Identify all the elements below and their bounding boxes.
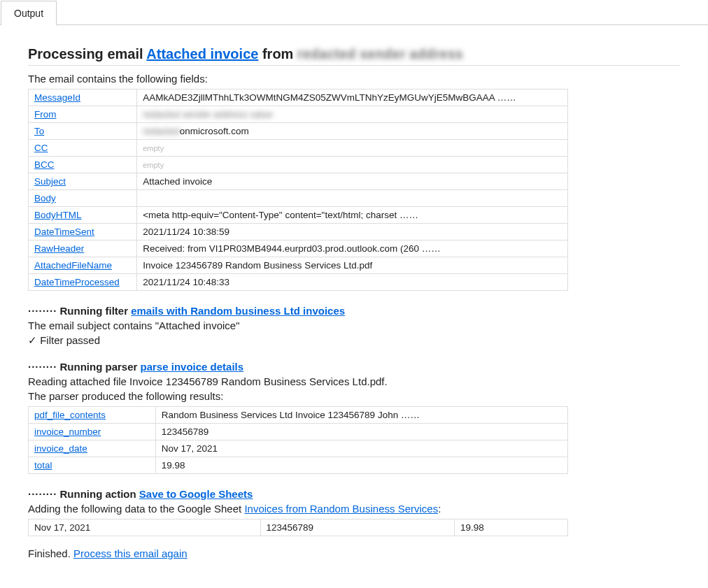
parser-link[interactable]: parse invoice details <box>141 361 244 373</box>
table-row: Fromredacted sender address value <box>29 106 568 123</box>
title-prefix: Processing email <box>28 46 146 62</box>
table-row: RawHeaderReceived: from VI1PR03MB4944.eu… <box>29 241 568 257</box>
field-key-link[interactable]: AttachedFileName <box>34 260 112 271</box>
field-value: empty <box>137 157 568 173</box>
field-key-link[interactable]: invoice_number <box>34 426 101 437</box>
field-value: <meta http-equiv="Content-Type" content=… <box>137 207 568 224</box>
field-value: Attached invoice <box>137 173 568 190</box>
filter-heading: ········ Running filter emails with Rand… <box>28 305 680 317</box>
table-row: pdf_file_contentsRandom Business Service… <box>29 407 568 424</box>
field-key-link[interactable]: total <box>34 460 52 471</box>
field-value: AAMkADE3ZjllMThhLTk3OWMtNGM4ZS05ZWVmLTNh… <box>137 89 568 106</box>
empty-value: empty <box>143 144 164 152</box>
table-row: SubjectAttached invoice <box>29 173 568 190</box>
filter-line1: The email subject contains "Attached inv… <box>28 320 680 331</box>
table-row: DateTimeProcessed2021/11/24 10:48:33 <box>29 274 568 291</box>
field-value: 2021/11/24 10:38:59 <box>137 224 568 241</box>
field-key-link[interactable]: BodyHTML <box>34 210 82 220</box>
field-value: empty <box>137 140 568 157</box>
field-key-link[interactable]: Subject <box>34 176 66 187</box>
action-link[interactable]: Save to Google Sheets <box>139 488 253 500</box>
field-key-link[interactable]: From <box>34 109 57 120</box>
filter-dots: ········ <box>28 305 57 317</box>
filter-label: Running filter <box>60 305 132 317</box>
action-heading: ········ Running action Save to Google S… <box>28 488 680 500</box>
table-row: AttachedFileNameInvoice 123456789 Random… <box>29 257 568 274</box>
field-key-link[interactable]: BCC <box>34 159 55 170</box>
title-divider <box>28 65 680 66</box>
action-line1: Adding the following data to the Google … <box>28 503 680 515</box>
blurred-text: redacted sender address value <box>143 109 272 120</box>
parser-dots: ········ <box>28 361 57 373</box>
action-dots: ········ <box>28 488 57 500</box>
title-mid: from <box>258 46 297 62</box>
action-cell-invoice: 123456789 <box>260 519 455 536</box>
action-data-table: Nov 17, 2021 123456789 19.98 <box>28 519 568 536</box>
tab-output[interactable]: Output <box>1 1 57 25</box>
field-value: 2021/11/24 10:48:33 <box>137 274 568 291</box>
tab-bar: Output <box>0 0 708 25</box>
output-content: Processing email Attached invoice from r… <box>0 25 708 584</box>
field-key-link[interactable]: MessageId <box>34 92 80 103</box>
field-value: 123456789 <box>155 424 567 440</box>
action-cell-date: Nov 17, 2021 <box>29 519 261 536</box>
table-row: invoice_number123456789 <box>29 424 568 440</box>
field-value: Invoice 123456789 Random Business Servic… <box>137 257 568 274</box>
parser-line2: The parser produced the following result… <box>28 390 680 402</box>
field-value: Nov 17, 2021 <box>155 440 567 457</box>
parser-line1: Reading attached file Invoice 123456789 … <box>28 375 680 387</box>
table-row: MessageIdAAMkADE3ZjllMThhLTk3OWMtNGM4ZS0… <box>29 89 568 106</box>
parser-label: Running parser <box>60 361 141 373</box>
filter-passed: ✓ Filter passed <box>28 334 680 347</box>
parser-heading: ········ Running parser parse invoice de… <box>28 361 680 373</box>
action-sheet-link[interactable]: Invoices from Random Business Services <box>244 503 438 515</box>
table-row: BCCempty <box>29 157 568 173</box>
field-value: redactedonmicrosoft.com <box>137 123 568 140</box>
field-key-link[interactable]: pdf_file_contents <box>34 410 106 420</box>
field-key-link[interactable]: Body <box>34 193 56 203</box>
finished-text: Finished. <box>28 547 73 559</box>
action-line1-pre: Adding the following data to the Google … <box>28 503 244 515</box>
fields-intro: The email contains the following fields: <box>28 73 680 85</box>
table-row: BodyHTML<meta http-equiv="Content-Type" … <box>29 207 568 224</box>
blurred-text: redacted <box>143 126 180 136</box>
empty-value: empty <box>143 161 164 169</box>
field-key-link[interactable]: CC <box>34 143 48 153</box>
table-row: DateTimeSent2021/11/24 10:38:59 <box>29 224 568 241</box>
field-value: Received: from VI1PR03MB4944.eurprd03.pr… <box>137 241 568 257</box>
action-label: Running action <box>60 488 139 500</box>
field-value <box>137 190 568 207</box>
table-row: CCempty <box>29 140 568 157</box>
table-row: invoice_dateNov 17, 2021 <box>29 440 568 457</box>
finished-line: Finished. Process this email again <box>28 547 680 559</box>
field-key-link[interactable]: invoice_date <box>34 443 87 454</box>
page-title: Processing email Attached invoice from r… <box>28 46 680 62</box>
field-key-link[interactable]: DateTimeSent <box>34 227 94 237</box>
table-row: total19.98 <box>29 457 568 474</box>
table-row: Toredactedonmicrosoft.com <box>29 123 568 140</box>
table-row: Nov 17, 2021 123456789 19.98 <box>29 519 568 536</box>
email-fields-table: MessageIdAAMkADE3ZjllMThhLTk3OWMtNGM4ZS0… <box>28 89 568 291</box>
field-value: 19.98 <box>155 457 567 474</box>
field-value: Random Business Services Ltd Invoice 123… <box>155 407 567 424</box>
title-sender-blurred: redacted sender address <box>297 46 463 62</box>
title-email-link[interactable]: Attached invoice <box>146 46 258 62</box>
action-cell-total: 19.98 <box>455 519 568 536</box>
field-key-link[interactable]: RawHeader <box>34 243 84 254</box>
field-key-link[interactable]: To <box>34 126 44 136</box>
filter-link[interactable]: emails with Random business Ltd invoices <box>131 305 345 317</box>
table-row: Body <box>29 190 568 207</box>
field-value: redacted sender address value <box>137 106 568 123</box>
action-line1-post: : <box>438 503 441 515</box>
process-again-link[interactable]: Process this email again <box>73 547 187 559</box>
parser-results-table: pdf_file_contentsRandom Business Service… <box>28 406 568 474</box>
field-key-link[interactable]: DateTimeProcessed <box>34 277 120 287</box>
